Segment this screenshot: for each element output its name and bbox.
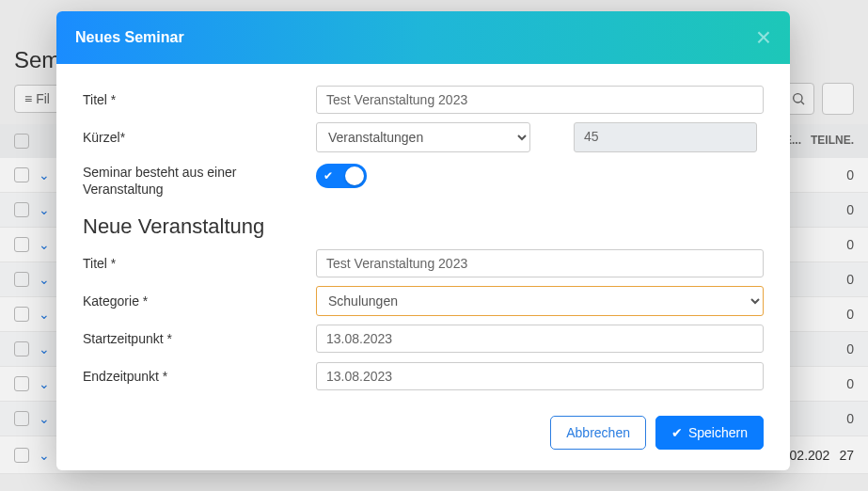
label-start: Startzeitpunkt * [83,330,316,347]
titel-input[interactable] [316,86,764,114]
cancel-button[interactable]: Abbrechen [550,416,646,450]
label-event-titel: Titel * [83,255,316,272]
label-kategorie: Kategorie * [83,293,316,309]
start-input[interactable] [316,325,764,353]
check-icon: ✔ [671,425,683,440]
save-label: Speichern [688,425,748,440]
toggle-knob [345,166,364,185]
label-end: Endzeitpunkt * [83,368,316,385]
event-titel-input[interactable] [316,249,764,277]
check-icon: ✔ [324,169,333,182]
section-title: Neue Veranstaltung [83,214,764,239]
new-seminar-modal: Neues Seminar × Titel * Kürzel* Veransta… [56,11,790,470]
kuerzel-select[interactable]: Veranstaltungen [316,122,530,152]
label-titel: Titel * [83,91,316,108]
close-icon[interactable]: × [756,24,771,51]
end-input[interactable] [316,362,764,390]
single-event-toggle[interactable]: ✔ [316,164,367,188]
modal-header: Neues Seminar × [56,11,790,64]
save-button[interactable]: ✔ Speichern [655,416,764,450]
modal-title: Neues Seminar [75,29,184,46]
label-kuerzel: Kürzel* [83,129,316,146]
kuerzel-number: 45 [574,122,757,152]
label-single-event: Seminar besteht aus einer Veranstaltung [83,164,316,198]
kategorie-select[interactable]: Schulungen [316,286,764,316]
